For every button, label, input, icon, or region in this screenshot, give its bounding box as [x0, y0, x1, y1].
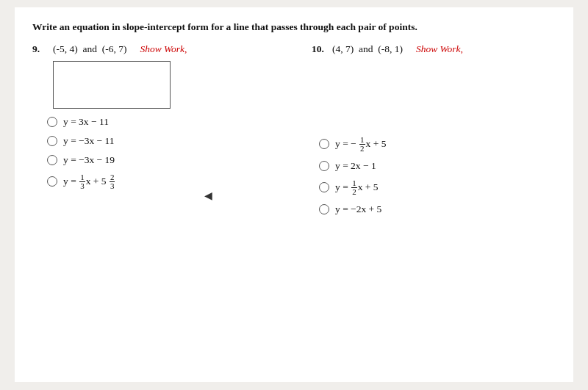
choice-9-a[interactable]: y = 3x − 11: [47, 116, 312, 128]
radio-10-c[interactable]: [319, 182, 329, 192]
choice-9-c[interactable]: y = −3x − 19: [47, 154, 312, 166]
choice-9-d[interactable]: y = 13x + 5 23: [47, 173, 312, 190]
problem-9-work-box[interactable]: [53, 61, 171, 109]
problem-10-show-work[interactable]: Show Work,: [416, 43, 463, 55]
choice-9-b[interactable]: y = −3x − 11: [47, 135, 312, 147]
radio-9-c[interactable]: [47, 155, 57, 165]
frac-2-3: 23: [110, 173, 115, 190]
instructions-text: Write an equation in slope-intercept for…: [32, 21, 556, 35]
choice-10-a[interactable]: y = − 12x + 5: [319, 136, 588, 153]
problem-10-number: 10.: [312, 43, 328, 55]
choice-10-d[interactable]: y = −2x + 5: [319, 203, 588, 215]
frac-1-2-b: 12: [351, 179, 357, 196]
choice-10-c[interactable]: y = 12x + 5: [319, 179, 588, 196]
problem-10-choices: y = − 12x + 5 y = 2x − 1 y = 12x + 5: [312, 136, 588, 215]
problem-9-header: 9. (-5, 4) and (-6, 7) Show Work,: [32, 43, 312, 55]
problem-10: 10. (4, 7) and (-8, 1) Show Work, y = − …: [312, 43, 588, 215]
radio-10-b[interactable]: [319, 161, 329, 171]
radio-9-a[interactable]: [47, 117, 57, 127]
choice-9-c-label: y = −3x − 19: [63, 154, 115, 166]
choice-10-b[interactable]: y = 2x − 1: [319, 160, 588, 172]
radio-10-a[interactable]: [319, 139, 329, 149]
frac-1-2-a: 12: [359, 136, 365, 153]
problems-container: 9. (-5, 4) and (-6, 7) Show Work, y = 3x…: [32, 43, 556, 215]
problem-9-show-work[interactable]: Show Work,: [140, 43, 187, 55]
choice-10-a-label: y = − 12x + 5: [335, 136, 386, 153]
problem-9-number: 9.: [32, 43, 49, 55]
choice-10-c-label: y = 12x + 5: [335, 179, 379, 196]
worksheet-page: Write an equation in slope-intercept for…: [15, 7, 573, 382]
choice-9-d-label: y = 13x + 5 23: [63, 173, 115, 190]
choice-10-b-label: y = 2x − 1: [335, 160, 376, 172]
problem-9-choices: y = 3x − 11 y = −3x − 11 y = −3x − 19 y …: [32, 116, 312, 190]
choice-10-d-label: y = −2x + 5: [335, 203, 381, 215]
problem-10-text: (4, 7) and (-8, 1): [332, 43, 403, 55]
problem-9-text: (-5, 4) and (-6, 7): [53, 43, 126, 55]
frac-1-3: 13: [79, 173, 85, 190]
radio-10-d[interactable]: [319, 204, 329, 214]
choice-9-b-label: y = −3x − 11: [63, 135, 115, 147]
choice-9-a-label: y = 3x − 11: [63, 116, 109, 128]
radio-9-b[interactable]: [47, 136, 57, 146]
radio-9-d[interactable]: [47, 176, 57, 187]
problem-9: 9. (-5, 4) and (-6, 7) Show Work, y = 3x…: [32, 43, 312, 190]
problem-10-header: 10. (4, 7) and (-8, 1) Show Work,: [312, 43, 588, 55]
